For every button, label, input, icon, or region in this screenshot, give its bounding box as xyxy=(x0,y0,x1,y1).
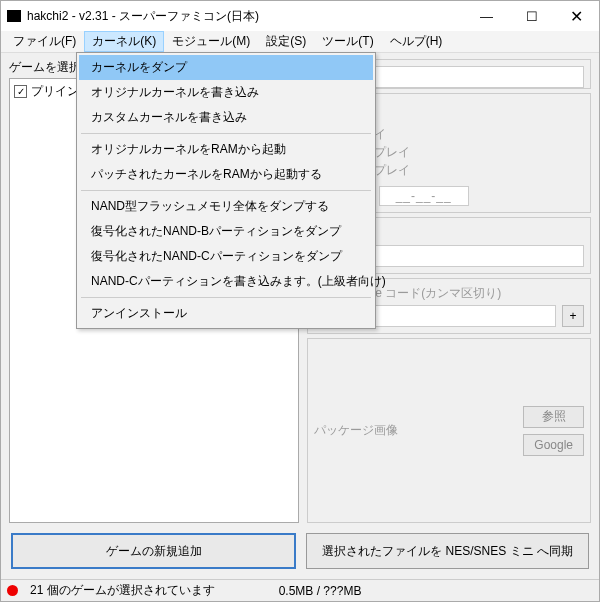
google-button[interactable]: Google xyxy=(523,434,584,456)
menu-file[interactable]: ファイル(F) xyxy=(5,31,84,52)
menu-ram-orig[interactable]: オリジナルカーネルをRAMから起動 xyxy=(79,137,373,162)
menu-dump-kernel[interactable]: カーネルをダンプ xyxy=(79,55,373,80)
titlebar: hakchi2 - v2.31 - スーパーファミコン(日本) — ☐ ✕ xyxy=(1,1,599,31)
menu-nand-c-write[interactable]: NAND-Cパーティションを書き込みます。(上級者向け) xyxy=(79,269,373,294)
separator xyxy=(81,133,371,134)
menu-nand-b[interactable]: 復号化されたNAND-Bパーティションをダンプ xyxy=(79,219,373,244)
date-field[interactable]: __-__-__ xyxy=(379,186,469,206)
status-size: 0.5MB / ???MB xyxy=(279,584,362,598)
checkbox-icon[interactable]: ✓ xyxy=(14,85,27,98)
add-code-button[interactable]: + xyxy=(562,305,584,327)
menu-settings[interactable]: 設定(S) xyxy=(258,31,314,52)
menu-tools[interactable]: ツール(T) xyxy=(314,31,381,52)
menu-write-custom[interactable]: カスタムカーネルを書き込み xyxy=(79,105,373,130)
menu-help[interactable]: ヘルプ(H) xyxy=(382,31,451,52)
app-icon xyxy=(7,10,21,22)
menubar: ファイル(F) カーネル(K) モジュール(M) 設定(S) ツール(T) ヘル… xyxy=(1,31,599,53)
statusbar: 21 個のゲームが選択されています 0.5MB / ???MB xyxy=(1,579,599,601)
menu-write-orig[interactable]: オリジナルカーネルを書き込み xyxy=(79,80,373,105)
menu-nand-dump[interactable]: NAND型フラッシュメモリ全体をダンプする xyxy=(79,194,373,219)
menu-modules[interactable]: モジュール(M) xyxy=(164,31,258,52)
menu-ram-patched[interactable]: パッチされたカーネルをRAMから起動する xyxy=(79,162,373,187)
minimize-button[interactable]: — xyxy=(464,1,509,31)
status-count: 21 個のゲームが選択されています xyxy=(30,582,215,599)
separator xyxy=(81,297,371,298)
separator xyxy=(81,190,371,191)
browse-button[interactable]: 参照 xyxy=(523,406,584,428)
menu-kernel[interactable]: カーネル(K) xyxy=(84,31,164,52)
menu-uninstall[interactable]: アンインストール xyxy=(79,301,373,326)
add-game-button[interactable]: ゲームの新規追加 xyxy=(11,533,296,569)
kernel-dropdown: カーネルをダンプ オリジナルカーネルを書き込み カスタムカーネルを書き込み オリ… xyxy=(76,52,376,329)
close-button[interactable]: ✕ xyxy=(554,1,599,31)
window-title: hakchi2 - v2.31 - スーパーファミコン(日本) xyxy=(27,8,464,25)
sync-button[interactable]: 選択されたファイルを NES/SNES ミニ へ同期 xyxy=(306,533,589,569)
status-dot-icon xyxy=(7,585,18,596)
maximize-button[interactable]: ☐ xyxy=(509,1,554,31)
package-image-label: パッケージ画像 xyxy=(314,423,398,437)
menu-nand-c[interactable]: 復号化されたNAND-Cパーティションをダンプ xyxy=(79,244,373,269)
